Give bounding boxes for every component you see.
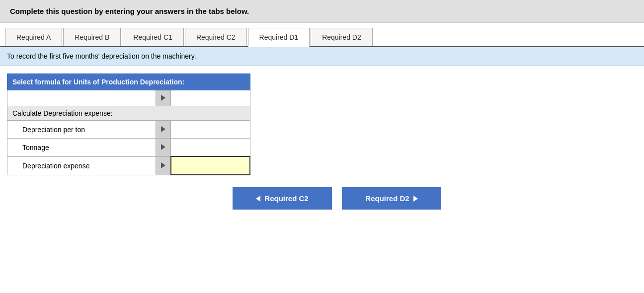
tab-required-a[interactable]: Required A bbox=[5, 28, 62, 46]
depreciation-expense-row: Depreciation expense bbox=[7, 156, 250, 175]
header-bar: Complete this question by entering your … bbox=[0, 0, 644, 23]
instruction-bar: To record the first five months' depreci… bbox=[0, 47, 644, 66]
calculate-section-label-row: Calculate Depreciation expense: bbox=[7, 106, 250, 121]
tab-required-d2[interactable]: Required D2 bbox=[311, 28, 373, 46]
formula-table: Select formula for Units of Production D… bbox=[7, 73, 250, 175]
next-button-label: Required D2 bbox=[365, 194, 409, 203]
tonnage-input[interactable] bbox=[176, 142, 244, 153]
next-arrow-icon bbox=[413, 196, 418, 202]
page-wrapper: Complete this question by entering your … bbox=[0, 0, 644, 293]
tonnage-row: Tonnage bbox=[7, 139, 250, 157]
depreciation-expense-arrow bbox=[156, 156, 171, 175]
tab-required-c2[interactable]: Required C2 bbox=[185, 28, 247, 46]
depreciation-per-ton-input[interactable] bbox=[176, 124, 244, 135]
header-instruction: Complete this question by entering your … bbox=[10, 7, 634, 15]
depreciation-per-ton-value-cell[interactable] bbox=[171, 121, 250, 139]
nav-buttons: Required C2 Required D2 bbox=[7, 187, 637, 210]
depreciation-expense-arrow-icon bbox=[161, 162, 165, 168]
formula-label-cell bbox=[7, 90, 156, 106]
instruction-text: To record the first five months' depreci… bbox=[7, 52, 196, 60]
tab-required-b[interactable]: Required B bbox=[63, 28, 121, 46]
formula-input-row bbox=[7, 90, 250, 106]
formula-arrow-cell bbox=[156, 90, 171, 106]
depreciation-expense-input[interactable] bbox=[176, 160, 244, 171]
formula-value-cell[interactable] bbox=[171, 90, 250, 106]
content-area: Select formula for Units of Production D… bbox=[0, 66, 644, 218]
tonnage-value-cell[interactable] bbox=[171, 139, 250, 157]
prev-arrow-icon bbox=[256, 196, 260, 202]
tonnage-arrow-icon bbox=[161, 144, 165, 150]
prev-button-label: Required C2 bbox=[264, 194, 308, 203]
formula-table-header: Select formula for Units of Production D… bbox=[7, 74, 250, 90]
tonnage-arrow bbox=[156, 139, 171, 157]
next-button[interactable]: Required D2 bbox=[342, 187, 441, 210]
prev-button[interactable]: Required C2 bbox=[233, 187, 332, 210]
depreciation-expense-value-cell[interactable] bbox=[171, 156, 250, 175]
tonnage-label: Tonnage bbox=[7, 139, 156, 157]
depreciation-per-ton-arrow bbox=[156, 121, 171, 139]
tab-required-c1[interactable]: Required C1 bbox=[122, 28, 184, 46]
depreciation-per-ton-arrow-icon bbox=[161, 126, 165, 132]
calculate-section-label: Calculate Depreciation expense: bbox=[7, 106, 250, 121]
depreciation-per-ton-label: Depreciation per ton bbox=[7, 121, 156, 139]
tabs-container: Required A Required B Required C1 Requir… bbox=[0, 23, 644, 47]
formula-input[interactable] bbox=[171, 92, 249, 104]
depreciation-expense-label: Depreciation expense bbox=[7, 156, 156, 175]
depreciation-per-ton-row: Depreciation per ton bbox=[7, 121, 250, 139]
tab-required-d1[interactable]: Required D1 bbox=[248, 28, 310, 47]
formula-arrow-icon bbox=[161, 95, 165, 101]
